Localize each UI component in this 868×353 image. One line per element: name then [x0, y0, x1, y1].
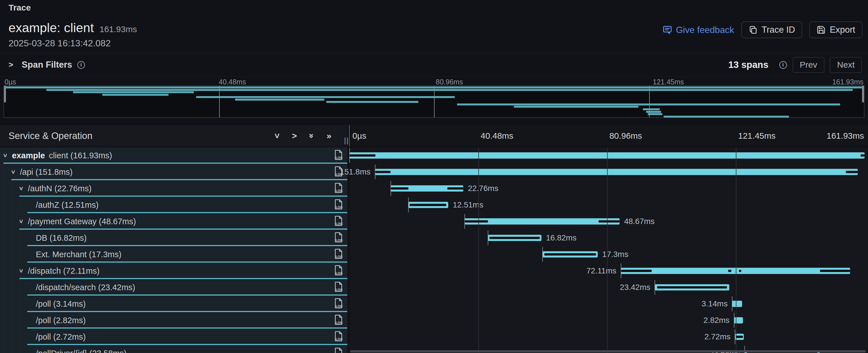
- span-bar[interactable]: [734, 317, 743, 323]
- trace-header: Trace example: client 161.93ms 2025-03-2…: [0, 0, 868, 53]
- collapse-one-icon[interactable]: >: [275, 132, 280, 140]
- indent-guide: [11, 246, 12, 263]
- span-row-timeline-cell[interactable]: [349, 147, 868, 164]
- expand-all-icon[interactable]: »: [327, 132, 332, 140]
- span-row-timeline-cell[interactable]: 2.72ms: [349, 328, 868, 345]
- svg-text:LOG: LOG: [336, 338, 343, 341]
- give-feedback-label: Give feedback: [676, 25, 734, 35]
- span-filters-label[interactable]: Span Filters: [22, 60, 72, 70]
- span-duration-label: 16.82ms: [546, 233, 577, 243]
- span-row-timeline-cell[interactable]: 72.11ms: [349, 263, 868, 279]
- span-bar[interactable]: [349, 152, 865, 159]
- span-row-timeline-cell[interactable]: 23.42ms: [349, 279, 868, 296]
- indent-guide: [3, 230, 4, 246]
- minimap-span-bar: [46, 89, 852, 91]
- span-row-name-cell[interactable]: >/payment Gateway (48.67ms)LOG: [0, 213, 347, 230]
- span-row-timeline-cell[interactable]: 12.51ms: [349, 197, 868, 213]
- chevron-down-icon[interactable]: >: [17, 187, 25, 190]
- span-row-timeline-cell[interactable]: 3.14ms: [349, 296, 868, 312]
- time-tick-label: 80.96ms: [436, 78, 463, 86]
- span-row-name-cell[interactable]: >/dispatch (72.11ms)LOG: [0, 263, 347, 279]
- span-row-timeline-cell[interactable]: 2.82ms: [349, 312, 868, 328]
- span-row-name-cell[interactable]: DB (16.82ms)LOG: [0, 230, 347, 246]
- span-bar[interactable]: [655, 284, 729, 290]
- span-row-name-cell[interactable]: /poll (2.82ms)LOG: [0, 312, 347, 328]
- span-row: /authZ (12.51ms)LOG12.51ms: [0, 197, 868, 213]
- span-bar[interactable]: [408, 202, 448, 208]
- span-row-name-cell[interactable]: /dispatch/search (23.42ms)LOG: [0, 279, 347, 296]
- span-bar[interactable]: [735, 334, 744, 340]
- log-icon[interactable]: LOG: [334, 183, 343, 194]
- span-bar-dark-segment: [409, 204, 446, 206]
- span-row-name-cell[interactable]: >/api (151.8ms)LOG: [0, 164, 347, 180]
- span-row-name-cell[interactable]: >/authN (22.76ms)LOG: [0, 180, 347, 197]
- span-row: Ext. Merchant (17.3ms)LOG17.3ms: [0, 246, 868, 263]
- trace-view-panel: Trace example: client 161.93ms 2025-03-2…: [0, 0, 868, 353]
- span-row-timeline-cell[interactable]: 22.76ms: [349, 180, 868, 197]
- chevron-down-icon[interactable]: >: [1, 154, 9, 157]
- horizontal-scrollbar[interactable]: [350, 350, 866, 352]
- span-bar[interactable]: [375, 169, 858, 175]
- span-bar[interactable]: [465, 218, 620, 225]
- chevron-down-icon[interactable]: >: [17, 220, 25, 223]
- next-span-button[interactable]: Next: [830, 57, 862, 73]
- span-row-name-cell[interactable]: /poll (2.72ms)LOG: [0, 328, 347, 345]
- span-row-name-cell[interactable]: >exampleclient (161.93ms)LOG: [0, 147, 347, 164]
- time-tick-label: 40.48ms: [480, 131, 513, 141]
- log-icon[interactable]: LOG: [334, 150, 343, 161]
- span-row-timeline-cell[interactable]: 151.8ms: [349, 164, 868, 180]
- span-row-timeline-cell[interactable]: 17.3ms: [349, 246, 868, 263]
- span-row: >/api (151.8ms)LOG151.8ms: [0, 164, 868, 180]
- log-icon[interactable]: LOG: [334, 232, 343, 244]
- span-row-name-cell[interactable]: /poll (3.14ms)LOG: [0, 296, 347, 312]
- indent-guide: [3, 296, 4, 312]
- span-bar[interactable]: [621, 268, 850, 274]
- span-row-timeline-cell[interactable]: 16.82ms: [349, 230, 868, 246]
- chevron-down-icon[interactable]: >: [9, 170, 17, 174]
- indent-guide: [3, 345, 4, 353]
- collapse-all-icon[interactable]: »: [310, 132, 314, 140]
- chevron-down-icon[interactable]: >: [17, 269, 25, 273]
- log-icon[interactable]: LOG: [334, 298, 343, 310]
- minimap-span-bar: [457, 103, 840, 105]
- log-icon[interactable]: LOG: [334, 331, 343, 343]
- log-icon[interactable]: LOG: [334, 281, 343, 293]
- span-row: >exampleclient (161.93ms)LOG: [0, 147, 868, 164]
- log-icon[interactable]: LOG: [334, 199, 343, 211]
- span-bar[interactable]: [391, 185, 463, 192]
- prev-span-button[interactable]: Prev: [793, 57, 825, 73]
- span-duration-label: 151.8ms: [340, 167, 370, 176]
- span-bar[interactable]: [488, 235, 541, 241]
- span-row-name-cell[interactable]: /pollDriver/{id} (23.58ms)LOG: [0, 345, 347, 353]
- span-row: /poll (2.72ms)LOG2.72ms: [0, 328, 868, 345]
- span-bar[interactable]: [542, 251, 598, 257]
- span-row-name-cell[interactable]: /authZ (12.51ms)LOG: [0, 197, 347, 213]
- log-icon[interactable]: LOG: [334, 216, 343, 227]
- column-resizer[interactable]: ||: [347, 125, 349, 147]
- info-icon[interactable]: i: [77, 61, 85, 69]
- info-icon[interactable]: i: [779, 61, 787, 69]
- span-bar[interactable]: [732, 301, 742, 307]
- trace-id-button[interactable]: Trace ID: [742, 22, 802, 38]
- log-icon[interactable]: LOG: [334, 314, 343, 326]
- export-button[interactable]: Export: [809, 22, 862, 38]
- span-row-name-cell[interactable]: Ext. Merchant (17.3ms)LOG: [0, 246, 347, 263]
- span-row-timeline-cell[interactable]: 48.67ms: [349, 213, 868, 230]
- svg-text:LOG: LOG: [336, 222, 343, 225]
- span-rows: >exampleclient (161.93ms)LOG>/api (151.8…: [0, 147, 868, 353]
- svg-text:LOG: LOG: [336, 321, 343, 324]
- indent-guide: [11, 328, 12, 345]
- log-icon[interactable]: LOG: [334, 265, 343, 277]
- give-feedback-link[interactable]: Give feedback: [662, 25, 734, 35]
- chevron-right-icon[interactable]: >: [8, 60, 13, 69]
- time-tick-label: 80.96ms: [609, 131, 642, 141]
- minimap-handle-right[interactable]: [862, 86, 864, 102]
- log-icon[interactable]: LOG: [334, 347, 343, 353]
- log-icon[interactable]: LOG: [334, 248, 343, 260]
- span-bar-dark-segment: [846, 171, 858, 173]
- column-divider: [347, 180, 349, 197]
- expand-one-icon[interactable]: >: [292, 132, 297, 140]
- indent-guide: [3, 312, 4, 328]
- minimap[interactable]: [4, 86, 864, 118]
- minimap-handle-left[interactable]: [4, 86, 6, 102]
